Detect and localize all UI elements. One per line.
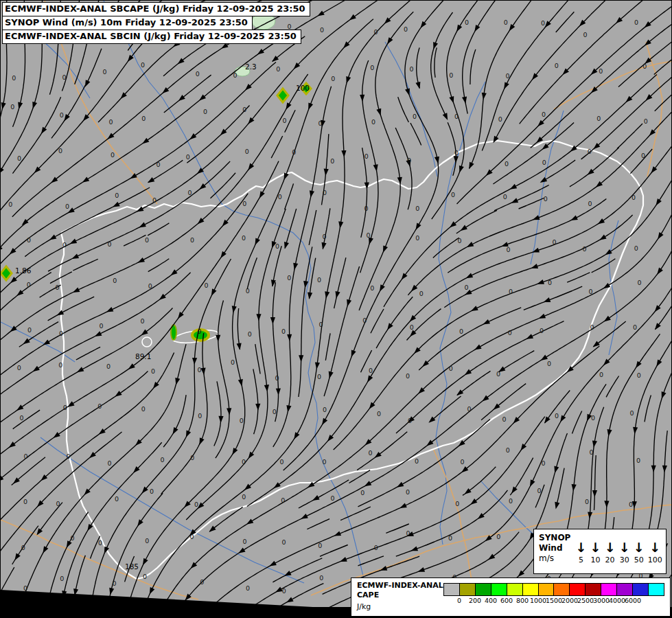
station-value: 0 <box>203 108 207 115</box>
station-value: 0 <box>404 25 408 33</box>
station-value: 0 <box>200 578 204 586</box>
flow-arrowhead <box>570 215 578 220</box>
flow-arrowhead <box>397 482 404 488</box>
cape-color-swatch <box>632 584 648 595</box>
station-value: 0 <box>194 501 198 508</box>
cape-spot-value: 100 <box>296 84 310 92</box>
station-value: 0 <box>505 160 509 168</box>
streamline <box>396 490 508 556</box>
flow-arrowhead <box>308 103 313 111</box>
flow-arrowhead <box>443 113 448 120</box>
flow-arrowhead <box>23 339 30 345</box>
flow-arrowhead <box>474 25 480 32</box>
flow-arrowhead <box>521 444 527 450</box>
cape-color-swatch <box>522 584 538 595</box>
station-value: 0 <box>98 539 102 547</box>
station-value: 0 <box>111 151 115 159</box>
station-value: 0 <box>637 279 641 286</box>
station-value: 0 <box>544 195 548 203</box>
cape-legend: ECMWF-INDEX-ANAL CAPE J/kg 0200400600800… <box>351 577 671 617</box>
flow-arrowhead <box>139 222 146 228</box>
station-value: 0 <box>246 584 250 592</box>
station-value: 0 <box>23 584 27 592</box>
station-value: 0 <box>364 205 369 212</box>
station-value: 0 <box>413 113 417 120</box>
cape-color-swatch <box>569 584 585 595</box>
station-value: 0 <box>410 323 414 331</box>
station-value: 0 <box>148 282 152 290</box>
station-value: 0 <box>242 106 246 113</box>
flow-arrowhead <box>383 245 388 253</box>
streamline <box>285 209 297 249</box>
station-value: 0 <box>588 200 592 207</box>
streamlines-layer <box>1 1 672 610</box>
cape-tick-label: 600 <box>500 597 513 605</box>
flow-arrowhead <box>238 547 245 553</box>
streamline <box>124 235 146 246</box>
flow-arrowhead <box>270 317 275 324</box>
streamline <box>1 308 173 425</box>
flow-arrowhead <box>645 21 651 27</box>
flow-arrowhead <box>173 427 178 435</box>
flow-arrowhead <box>95 331 102 336</box>
station-value: 0 <box>152 196 157 204</box>
station-value: 0 <box>641 152 645 159</box>
flow-arrowhead <box>248 163 254 170</box>
streamline <box>25 187 150 257</box>
station-value: 0 <box>644 117 648 125</box>
cape-patch <box>1 266 12 280</box>
station-value: 0 <box>331 75 335 82</box>
station-value: 0 <box>323 458 327 466</box>
station-value: 0 <box>58 147 62 154</box>
streamline <box>299 480 349 508</box>
cape-legend-subtitle: CAPE <box>357 591 443 600</box>
flow-arrowhead <box>482 396 489 402</box>
flow-arrowhead <box>70 239 78 244</box>
flow-arrowhead <box>264 385 269 391</box>
streamline <box>107 493 163 610</box>
weather-map: 0000000000000000000000000000000000000000… <box>0 0 672 618</box>
flow-arrowhead <box>531 264 539 268</box>
cape-tick-label: 400 <box>485 597 497 605</box>
flow-arrowhead <box>474 345 481 350</box>
flow-arrowhead <box>18 102 23 110</box>
streamline <box>1 222 26 249</box>
flow-arrowhead <box>310 190 314 198</box>
flow-arrowhead <box>449 96 454 104</box>
station-value: 0 <box>205 282 209 289</box>
station-value: 0 <box>281 496 285 504</box>
flow-arrowhead <box>259 191 265 198</box>
flow-arrowhead <box>209 526 216 532</box>
flow-arrowhead <box>137 519 143 526</box>
flow-arrowhead <box>276 389 281 396</box>
station-value: 0 <box>634 244 638 252</box>
river <box>385 42 437 176</box>
streamline <box>410 123 421 145</box>
station-value: 0 <box>320 26 324 34</box>
streamline <box>273 558 322 582</box>
station-value: 0 <box>465 19 469 26</box>
flow-arrowhead <box>324 169 329 176</box>
station-value: 0 <box>503 193 507 201</box>
streamline <box>617 124 642 149</box>
product-titles: ECMWF-INDEX-ANAL SBCAPE (J/kg) Friday 12… <box>2 2 310 43</box>
flow-arrowhead <box>470 499 477 505</box>
streamline <box>1 371 148 483</box>
down-arrow-icon: ↓ <box>619 540 630 554</box>
flow-arrowhead <box>148 177 154 183</box>
station-value: 0 <box>20 414 24 422</box>
wind-speed-column: ↓20 <box>605 540 616 564</box>
down-arrow-icon: ↓ <box>605 540 616 554</box>
station-value: 0 <box>62 241 67 249</box>
flow-arrowhead <box>33 366 40 371</box>
flow-arrowhead <box>462 97 467 104</box>
flow-arrowhead <box>421 21 427 28</box>
station-value: 0 <box>197 328 201 335</box>
flow-arrowhead <box>106 307 114 312</box>
flow-arrowhead <box>494 136 499 144</box>
station-value: 0 <box>143 573 147 580</box>
streamline <box>73 259 97 271</box>
station-value: 0 <box>317 373 321 380</box>
station-value: 0 <box>362 317 367 324</box>
station-value: 0 <box>455 500 459 507</box>
